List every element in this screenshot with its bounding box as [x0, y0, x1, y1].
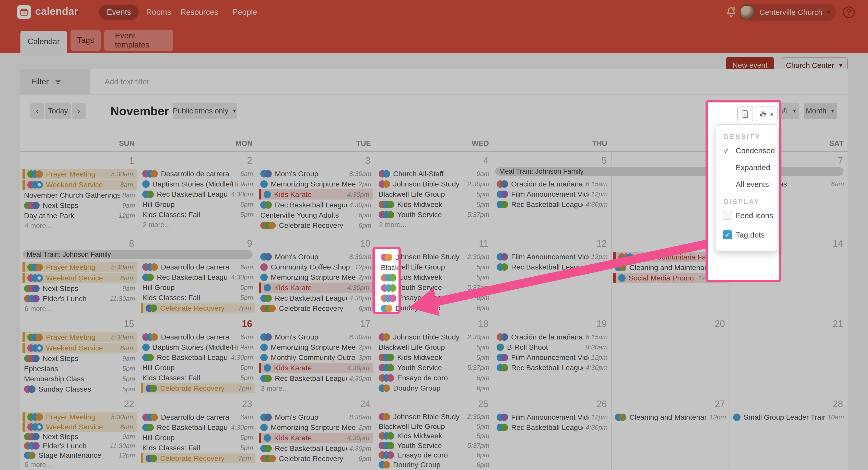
menu-item-tag-dots[interactable]: Tag dots — [736, 231, 765, 239]
event-name: Doudny Group — [396, 304, 401, 313]
tag-dot-green — [389, 274, 397, 281]
event-name: Youth Service — [400, 284, 401, 292]
event-name: Blackwell Life Group — [381, 263, 401, 272]
tag-dots-highlight-box: Johnson Bible StudyBlackwell Life GroupK… — [372, 247, 401, 314]
tag-dots — [381, 284, 397, 292]
event-name: Kids Midweek — [400, 274, 401, 282]
menu-item-all-events[interactable]: All events — [736, 180, 769, 189]
print-layout-button[interactable] — [737, 106, 753, 121]
tag-dots-checkbox[interactable]: ✓ — [723, 230, 732, 239]
highlighted-event-row: Doudny Group — [375, 303, 401, 313]
document-icon — [741, 109, 749, 118]
menu-item-feed-icons[interactable]: Feed icons — [736, 211, 773, 220]
menu-item-expanded[interactable]: Expanded — [736, 163, 770, 172]
highlighted-event-row: Youth Service — [375, 283, 401, 293]
menu-item-condensed[interactable]: Condensed — [736, 146, 775, 155]
highlighted-event-row: Kids Midweek — [375, 273, 401, 283]
tag-dot-orange — [385, 254, 392, 261]
event-name: Johnson Bible Study — [396, 253, 401, 261]
feed-icons-checkbox[interactable] — [723, 211, 732, 220]
tag-dot-orange — [385, 305, 392, 312]
sliders-icon — [759, 110, 767, 118]
tag-dots — [381, 274, 397, 281]
tag-dots — [381, 294, 397, 302]
density-heading: DENSITY — [724, 133, 761, 140]
chevron-up-icon: ▲ — [769, 111, 774, 117]
tag-dots — [381, 305, 392, 312]
tag-dots — [381, 254, 392, 261]
highlighted-event-row: Johnson Bible Study — [375, 252, 401, 262]
display-heading: DISPLAY — [724, 198, 760, 206]
highlighted-event-row: Ensayo de coro — [375, 293, 401, 303]
event-name: Ensayo de coro — [400, 294, 401, 303]
view-options-button[interactable]: ▲ — [755, 106, 778, 121]
check-icon: ✓ — [723, 147, 729, 155]
tag-dot-pink — [389, 294, 397, 302]
view-options-highlight-box: ▲ DENSITY ✓ Condensed Expanded All event… — [706, 100, 781, 282]
highlighted-event-row: Blackwell Life Group — [375, 262, 401, 273]
view-options-menu: DENSITY ✓ Condensed Expanded All events … — [716, 124, 777, 252]
tag-dot-green — [389, 284, 397, 292]
